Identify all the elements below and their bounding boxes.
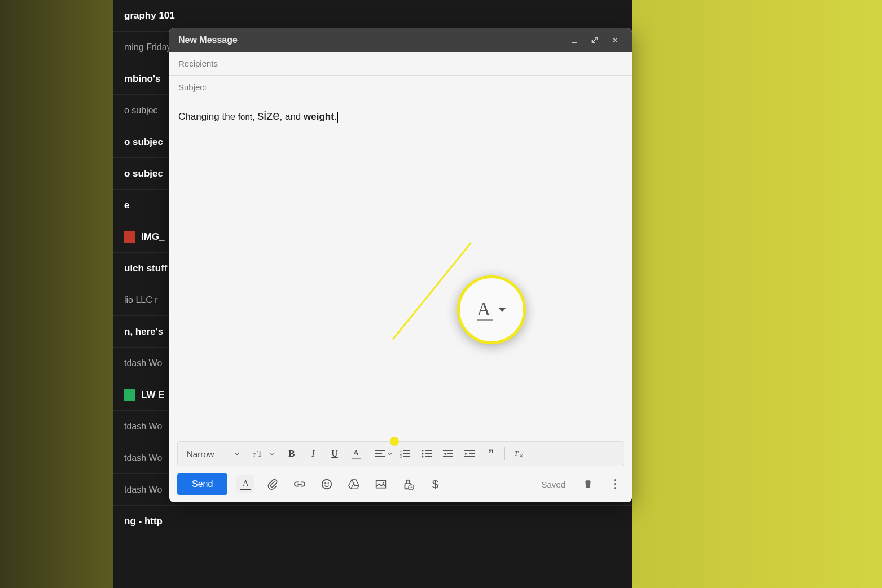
toolbar-separator [248, 447, 248, 460]
svg-point-33 [614, 479, 616, 481]
svg-rect-0 [572, 42, 577, 43]
svg-point-14 [422, 456, 424, 458]
subject-field[interactable] [169, 76, 632, 99]
send-button[interactable]: Send [177, 473, 227, 495]
formatting-toggle-button[interactable]: A [236, 475, 254, 493]
kebab-icon [613, 479, 617, 490]
subject-input[interactable] [178, 82, 623, 92]
svg-text:3: 3 [400, 455, 402, 458]
insert-drive-button[interactable] [345, 475, 363, 493]
svg-text:T: T [253, 452, 256, 458]
indent-less-button[interactable] [438, 444, 458, 464]
insert-photo-button[interactable] [372, 475, 390, 493]
fullscreen-button[interactable] [587, 32, 603, 48]
svg-point-34 [614, 483, 616, 485]
quote-button[interactable]: ❞ [481, 444, 501, 464]
trash-icon [583, 479, 593, 490]
insert-emoji-button[interactable] [318, 475, 336, 493]
font-family-label: Narrow [187, 449, 214, 459]
font-family-select[interactable]: Narrow [182, 449, 244, 459]
paperclip-icon [267, 478, 278, 490]
svg-point-35 [614, 487, 616, 489]
more-options-button[interactable] [606, 475, 624, 493]
chevron-down-icon [498, 308, 506, 312]
svg-text:T: T [514, 449, 519, 458]
compose-header[interactable]: New Message [169, 28, 632, 52]
svg-text:✕: ✕ [519, 453, 524, 458]
link-icon [293, 480, 306, 488]
text-color-icon: A [477, 299, 493, 321]
svg-point-12 [422, 450, 424, 452]
toolbar-separator [278, 447, 278, 460]
inbox-row[interactable]: graphy 101 [113, 0, 632, 32]
svg-rect-29 [376, 480, 386, 488]
lock-timer-icon [402, 478, 414, 490]
chevron-down-icon [270, 451, 274, 456]
annotation-zoom-circle: A [457, 275, 526, 344]
insert-link-button[interactable] [291, 475, 309, 493]
svg-point-13 [422, 453, 424, 455]
attach-file-button[interactable] [264, 475, 282, 493]
svg-point-28 [328, 482, 329, 484]
remove-formatting-button[interactable]: T✕ [508, 444, 529, 464]
emoji-icon [321, 478, 333, 490]
bulleted-list-button[interactable] [416, 444, 437, 464]
svg-point-27 [325, 482, 326, 484]
saved-indicator: Saved [541, 480, 565, 489]
toolbar-separator [370, 447, 370, 460]
text-cursor [337, 112, 338, 123]
request-payment-button[interactable]: $ [426, 475, 444, 493]
send-bar: Send A $ Saved [169, 466, 632, 502]
numbered-list-button[interactable]: 123 [395, 444, 415, 464]
indent-more-button[interactable] [459, 444, 480, 464]
chevron-down-icon [234, 451, 240, 457]
underline-button[interactable]: U [324, 444, 345, 464]
toolbar-separator [504, 447, 505, 460]
compose-title: New Message [178, 35, 238, 45]
close-button[interactable] [607, 32, 623, 48]
inbox-row[interactable]: ng - http [113, 506, 632, 537]
formatting-toolbar: Narrow TT B I U A 123 [177, 441, 624, 466]
svg-point-30 [383, 482, 384, 484]
image-icon [375, 479, 387, 489]
minimize-button[interactable] [567, 32, 582, 48]
svg-point-26 [322, 480, 332, 489]
font-size-button[interactable]: TT [252, 444, 274, 464]
align-button[interactable] [374, 444, 394, 464]
bold-button[interactable]: B [282, 444, 302, 464]
drive-icon [348, 479, 360, 490]
annotation-dot [390, 437, 399, 446]
spreadsheet-attachment-icon [124, 389, 135, 401]
confidential-mode-button[interactable] [399, 475, 417, 493]
text-color-button[interactable]: A [346, 444, 366, 464]
recipients-field[interactable] [169, 52, 632, 76]
chevron-down-icon [388, 451, 392, 456]
discard-draft-button[interactable] [579, 475, 597, 493]
svg-text:T: T [257, 449, 262, 458]
italic-button[interactable]: I [303, 444, 323, 464]
compose-body[interactable]: Changing the font, size, and weight. [169, 99, 632, 441]
image-attachment-icon [124, 231, 135, 243]
recipients-input[interactable] [178, 59, 623, 68]
body-text-content: Changing the font, size, and weight. [178, 111, 338, 122]
compose-window: New Message Changing the font, size, and… [169, 28, 632, 502]
